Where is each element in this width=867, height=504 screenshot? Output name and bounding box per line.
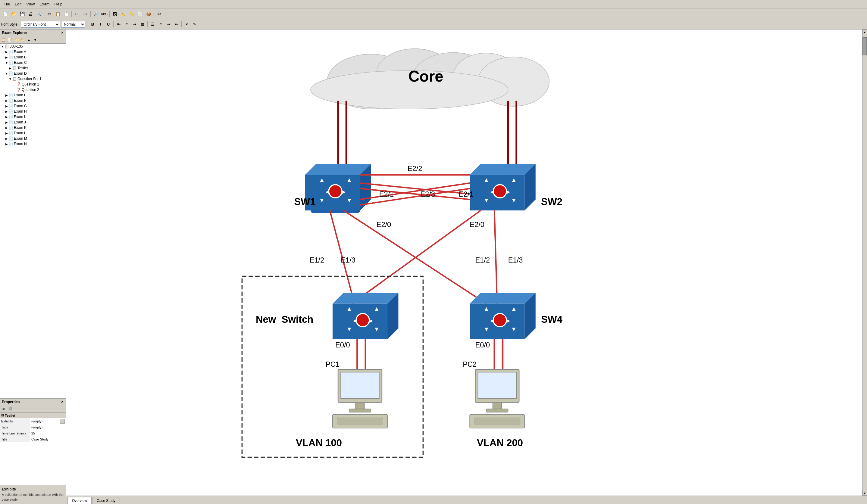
sw2-e2-0-label: E2/0: [470, 221, 484, 229]
extra-btn[interactable]: ⚙: [155, 10, 163, 18]
align-center-btn[interactable]: ≡: [123, 21, 130, 28]
explorer-close-btn[interactable]: ✕: [60, 31, 64, 35]
diagram-canvas[interactable]: Core ⇄: [66, 30, 862, 495]
bottom-tabs: Overview Case Study: [66, 495, 867, 504]
abc-btn[interactable]: ABC: [100, 10, 108, 18]
exp-btn-2[interactable]: 📝: [7, 37, 13, 43]
exam-l-toggle[interactable]: ▶: [5, 131, 9, 135]
prop-btn-2[interactable]: 🔤: [7, 406, 13, 412]
root-toggle[interactable]: ▼: [1, 45, 4, 48]
exam-c-toggle[interactable]: ▼: [5, 61, 9, 64]
redo-btn[interactable]: ↪: [81, 10, 89, 18]
align-justify-btn[interactable]: ≣: [139, 21, 146, 28]
preview-btn[interactable]: 🔍: [35, 10, 43, 18]
exp-btn-up[interactable]: ▲: [26, 37, 32, 43]
exam-m-toggle[interactable]: ▶: [5, 137, 9, 140]
prop-name-title: Title: [0, 436, 30, 442]
tree-exam-n[interactable]: ▶ 📄 Exam N: [0, 141, 66, 146]
exam-j-toggle[interactable]: ▶: [5, 120, 9, 124]
format-sep-1: [87, 21, 87, 28]
obj-btn[interactable]: 📦: [144, 10, 152, 18]
menu-help[interactable]: Help: [52, 1, 65, 7]
tree-q1[interactable]: ▶ ❓ Question 1: [0, 81, 66, 87]
qs1-toggle[interactable]: ▼: [9, 77, 12, 81]
tree-exam-j[interactable]: ▶ 📄 Exam J: [0, 120, 66, 125]
exam-b-toggle[interactable]: ▶: [5, 55, 9, 59]
tree-exam-a[interactable]: ▶ 📄 Exam A: [0, 49, 66, 55]
exam-a-toggle[interactable]: ▶: [5, 50, 9, 54]
exam-e-toggle[interactable]: ▶: [5, 93, 9, 97]
line-btn[interactable]: 📏: [128, 10, 136, 18]
exp-btn-4[interactable]: 📂: [20, 37, 25, 43]
superscript-btn[interactable]: x²: [183, 21, 190, 28]
menu-exam[interactable]: Exam: [37, 1, 52, 7]
tree-exam-b[interactable]: ▶ 📄 Exam B: [0, 55, 66, 60]
exam-h-toggle[interactable]: ▶: [5, 110, 9, 113]
save-btn[interactable]: 💾: [18, 10, 26, 18]
list-btn[interactable]: ☰: [149, 21, 156, 28]
subscript-btn[interactable]: x₂: [191, 21, 198, 28]
scroll-thumb[interactable]: [863, 37, 867, 55]
bullet-btn[interactable]: ≡: [157, 21, 164, 28]
testlet-1-toggle[interactable]: ▶: [9, 66, 12, 70]
size-select[interactable]: Normal: [61, 21, 85, 28]
exam-d-toggle[interactable]: ▼: [5, 72, 9, 75]
shape-btn[interactable]: 📐: [119, 10, 127, 18]
find-btn[interactable]: 🔎: [92, 10, 100, 18]
tree-exam-e[interactable]: ▶ 📄 Exam E: [0, 92, 66, 98]
tree-testlet-1[interactable]: ▶ 📋 Testlet 1: [0, 65, 66, 71]
cut-btn[interactable]: ✂: [45, 10, 53, 18]
exam-k-toggle[interactable]: ▶: [5, 126, 9, 130]
tree-q2[interactable]: ▶ ❓ Question 2: [0, 87, 66, 92]
menu-edit[interactable]: Edit: [12, 1, 24, 7]
tree-exam-m[interactable]: ▶ 📄 Exam M: [0, 136, 66, 141]
exp-btn-3[interactable]: 📁: [13, 37, 19, 43]
tab-overview[interactable]: Overview: [67, 497, 92, 504]
tree-qs1[interactable]: ▼ 📋 Question Set 1: [0, 76, 66, 81]
image-btn[interactable]: 🖼: [111, 10, 119, 18]
open-btn[interactable]: 📂: [10, 10, 18, 18]
copy-btn[interactable]: 📋: [54, 10, 62, 18]
align-right-btn[interactable]: ⇥: [131, 21, 138, 28]
paste-btn[interactable]: 📋: [62, 10, 70, 18]
tree-exam-h[interactable]: ▶ 📄 Exam H: [0, 109, 66, 114]
scroll-track[interactable]: [863, 34, 867, 491]
tree-exam-l[interactable]: ▶ 📄 Exam L: [0, 130, 66, 136]
undo-btn[interactable]: ↩: [73, 10, 81, 18]
exam-g-toggle[interactable]: ▶: [5, 104, 9, 108]
exam-n-toggle[interactable]: ▶: [5, 142, 9, 146]
menu-file[interactable]: File: [1, 1, 12, 7]
exam-n-icon: 📄: [9, 142, 13, 146]
scroll-up-btn[interactable]: ▲: [863, 30, 867, 34]
font-style-select[interactable]: Ordinary Font: [21, 21, 60, 28]
new-btn[interactable]: 📄: [1, 10, 9, 18]
menu-view[interactable]: View: [24, 1, 37, 7]
print-btn[interactable]: 🖨: [26, 10, 34, 18]
tree-container[interactable]: ▼ 📋 300-135 ▶ 📄 Exam A ▶ 📄 Exam B: [0, 44, 66, 398]
box-btn[interactable]: ⬜: [136, 10, 144, 18]
properties-close-btn[interactable]: ✕: [60, 400, 64, 404]
exam-f-toggle[interactable]: ▶: [5, 99, 9, 102]
align-left-btn[interactable]: ⇤: [115, 21, 122, 28]
prop-btn-1[interactable]: ⊞: [1, 406, 7, 412]
scroll-down-btn[interactable]: ▼: [863, 491, 867, 495]
tree-exam-c[interactable]: ▼ 📄 Exam C: [0, 60, 66, 65]
indent-btn[interactable]: ⇥: [165, 21, 172, 28]
exp-btn-down[interactable]: ▼: [32, 37, 38, 43]
tree-exam-g[interactable]: ▶ 📄 Exam G: [0, 103, 66, 109]
outdent-btn[interactable]: ⇤: [173, 21, 180, 28]
bold-btn[interactable]: B: [89, 21, 96, 28]
exhibits-panel: Exhibits A collection of exhibits associ…: [0, 485, 66, 504]
tab-case-study[interactable]: Case Study: [92, 497, 120, 504]
tree-root[interactable]: ▼ 📋 300-135: [0, 44, 66, 49]
toolbar-sep-3: [90, 11, 91, 17]
tree-exam-k[interactable]: ▶ 📄 Exam K: [0, 125, 66, 130]
tree-exam-i[interactable]: ▶ 📄 Exam I: [0, 114, 66, 120]
underline-btn[interactable]: U: [105, 21, 111, 28]
italic-btn[interactable]: I: [97, 21, 104, 28]
tree-exam-f[interactable]: ▶ 📄 Exam F: [0, 98, 66, 103]
tree-exam-d[interactable]: ▼ 📄 Exam D: [0, 71, 66, 76]
exp-btn-1[interactable]: 📋: [1, 37, 7, 43]
exam-i-toggle[interactable]: ▶: [5, 115, 9, 119]
prop-exhibits-btn[interactable]: …: [60, 419, 65, 424]
